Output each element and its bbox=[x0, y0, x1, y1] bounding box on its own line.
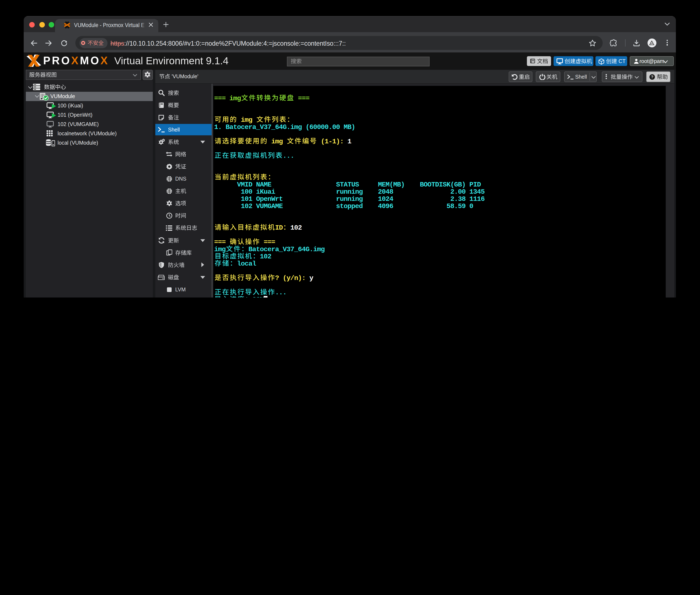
svg-text:?: ? bbox=[651, 75, 653, 79]
